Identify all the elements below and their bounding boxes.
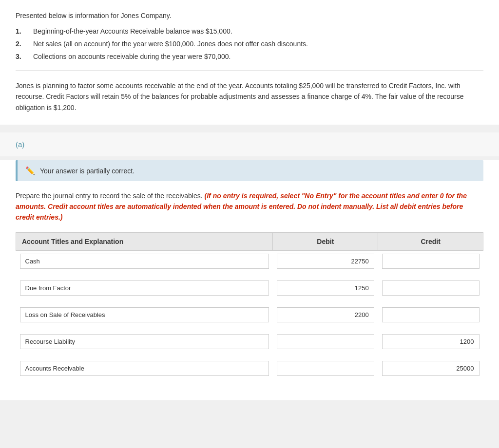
table-row xyxy=(16,278,483,299)
pencil-icon: ✏️ xyxy=(25,166,35,175)
credit-input[interactable] xyxy=(382,334,480,349)
credit-input[interactable] xyxy=(382,254,480,269)
account-cell xyxy=(16,278,273,299)
debit-input[interactable] xyxy=(277,307,374,322)
credit-cell xyxy=(378,304,483,325)
credit-input[interactable] xyxy=(382,307,480,322)
list-text: Beginning-of-the-year Accounts Receivabl… xyxy=(33,27,232,35)
credit-cell xyxy=(378,331,483,352)
top-section: Presented below is information for Jones… xyxy=(0,0,499,125)
row-spacer xyxy=(16,299,483,304)
list-num: 1. xyxy=(16,27,33,35)
account-input[interactable] xyxy=(20,280,269,296)
list-item: 1. Beginning-of-the-year Accounts Receiv… xyxy=(16,27,483,35)
list-item: 2. Net sales (all on account) for the ye… xyxy=(16,40,483,48)
account-cell xyxy=(16,331,273,352)
debit-input[interactable] xyxy=(277,334,374,349)
list-text: Net sales (all on account) for the year … xyxy=(33,40,308,48)
list-num: 2. xyxy=(16,40,33,48)
credit-cell xyxy=(378,358,483,379)
account-cell xyxy=(16,304,273,325)
credit-input[interactable] xyxy=(382,280,480,296)
page-container: Presented below is information for Jones… xyxy=(0,0,499,448)
debit-input[interactable] xyxy=(277,254,374,269)
debit-cell xyxy=(273,304,378,325)
banner-text: Your answer is partially correct. xyxy=(40,167,134,175)
credit-input[interactable] xyxy=(382,361,480,376)
list-num: 3. xyxy=(16,53,33,60)
section-a-container: (a) xyxy=(0,132,499,156)
row-spacer xyxy=(16,325,483,331)
credit-cell xyxy=(378,251,483,272)
list-text: Collections on accounts receivable durin… xyxy=(33,53,230,60)
col-header-account: Account Titles and Explanation xyxy=(16,233,273,251)
debit-cell xyxy=(273,278,378,299)
section-a-label: (a) xyxy=(16,140,24,149)
col-header-debit: Debit xyxy=(273,233,378,251)
instruction-block: Prepare the journal entry to record the … xyxy=(16,191,483,223)
debit-cell xyxy=(273,251,378,272)
row-spacer xyxy=(16,379,483,385)
debit-cell xyxy=(273,358,378,379)
partial-correct-banner: ✏️ Your answer is partially correct. xyxy=(16,160,483,181)
account-input[interactable] xyxy=(20,254,269,269)
account-cell xyxy=(16,358,273,379)
table-row xyxy=(16,251,483,272)
table-row xyxy=(16,304,483,325)
table-header-row: Account Titles and Explanation Debit Cre… xyxy=(16,233,483,251)
journal-table: Account Titles and Explanation Debit Cre… xyxy=(16,232,483,385)
col-header-credit: Credit xyxy=(378,233,483,251)
account-input[interactable] xyxy=(20,361,269,376)
debit-input[interactable] xyxy=(277,361,374,376)
table-row xyxy=(16,358,483,379)
account-cell xyxy=(16,251,273,272)
instruction-prefix: Prepare the journal entry to record the … xyxy=(16,192,205,200)
account-input[interactable] xyxy=(20,334,269,349)
intro-text: Presented below is information for Jones… xyxy=(16,12,483,19)
answer-panel: ✏️ Your answer is partially correct. Pre… xyxy=(0,160,499,400)
row-spacer xyxy=(16,352,483,358)
debit-cell xyxy=(273,331,378,352)
numbered-list: 1. Beginning-of-the-year Accounts Receiv… xyxy=(16,27,483,60)
list-item: 3. Collections on accounts receivable du… xyxy=(16,53,483,60)
account-input[interactable] xyxy=(20,307,269,322)
credit-cell xyxy=(378,278,483,299)
row-spacer xyxy=(16,272,483,278)
context-paragraph: Jones is planning to factor some account… xyxy=(16,70,483,113)
debit-input[interactable] xyxy=(277,280,374,296)
table-row xyxy=(16,331,483,352)
